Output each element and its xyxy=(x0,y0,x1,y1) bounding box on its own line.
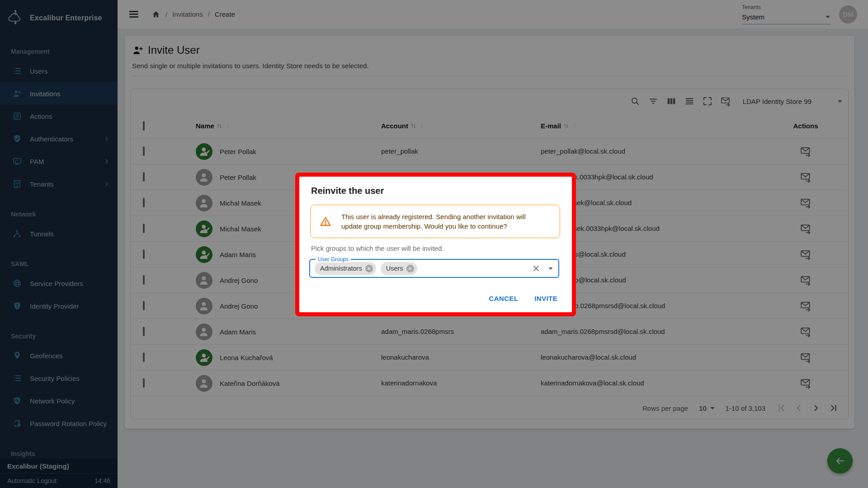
chip-remove-icon[interactable]: ✕ xyxy=(365,265,373,272)
chevron-down-icon[interactable] xyxy=(548,267,553,270)
cancel-button[interactable]: CANCEL xyxy=(484,291,523,306)
chip-label: Administrators xyxy=(320,265,362,272)
chip-users: Users ✕ xyxy=(381,262,417,275)
warning-text: This user is already registered. Sending… xyxy=(341,212,548,231)
app-root: Excalibur Enterprise Management Users In… xyxy=(0,0,868,488)
chip-administrators: Administrators ✕ xyxy=(315,262,376,275)
dialog-instruction: Pick groups to which the user will be in… xyxy=(311,244,443,252)
chip-label: Users xyxy=(386,265,403,272)
warning-alert: This user is already registered. Sending… xyxy=(310,205,560,238)
reinvite-dialog: Reinvite the user This user is already r… xyxy=(299,177,572,312)
user-groups-label: User Groups xyxy=(316,256,351,263)
dialog-actions: CANCEL INVITE xyxy=(484,291,562,306)
clear-field-icon[interactable] xyxy=(531,263,541,273)
invite-button[interactable]: INVITE xyxy=(530,291,562,306)
user-groups-field[interactable]: User Groups Administrators ✕ Users ✕ xyxy=(309,259,559,278)
warning-icon xyxy=(320,216,331,227)
annotation-highlight: Reinvite the user This user is already r… xyxy=(295,173,576,316)
dialog-title: Reinvite the user xyxy=(311,186,384,196)
chip-remove-icon[interactable]: ✕ xyxy=(406,265,414,272)
